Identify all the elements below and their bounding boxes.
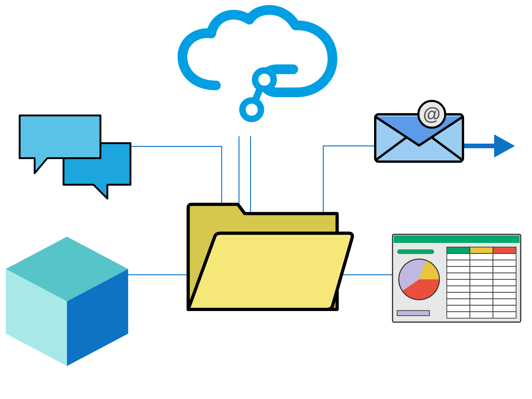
svg-rect-24: [493, 266, 516, 273]
svg-rect-29: [470, 279, 493, 286]
svg-rect-14: [470, 247, 493, 253]
spreadsheet-icon: [393, 234, 521, 322]
svg-rect-42: [493, 305, 516, 312]
svg-rect-34: [447, 292, 470, 299]
arrow-right-icon: [494, 134, 515, 158]
svg-rect-8: [394, 235, 519, 243]
svg-rect-25: [447, 273, 470, 279]
svg-rect-44: [470, 312, 493, 318]
svg-rect-35: [470, 292, 493, 299]
svg-rect-31: [447, 286, 470, 292]
svg-rect-28: [447, 279, 470, 286]
svg-rect-45: [493, 312, 516, 318]
svg-rect-30: [493, 279, 516, 286]
svg-rect-26: [470, 273, 493, 279]
svg-rect-15: [493, 247, 516, 253]
svg-rect-9: [397, 249, 434, 254]
svg-rect-17: [470, 253, 493, 260]
svg-rect-19: [447, 260, 470, 266]
svg-rect-23: [470, 266, 493, 273]
svg-rect-32: [470, 286, 493, 292]
diagram-canvas: @: [0, 0, 532, 399]
cloud-icon: [182, 10, 332, 119]
svg-rect-13: [447, 247, 470, 253]
svg-rect-16: [447, 253, 470, 260]
svg-rect-12: [397, 310, 430, 316]
svg-rect-41: [470, 305, 493, 312]
svg-rect-40: [447, 305, 470, 312]
svg-rect-33: [493, 286, 516, 292]
svg-rect-21: [493, 260, 516, 266]
svg-text:@: @: [423, 104, 441, 124]
svg-rect-20: [470, 260, 493, 266]
cube-icon: [6, 237, 128, 366]
svg-rect-43: [447, 312, 470, 318]
svg-rect-18: [493, 253, 516, 260]
svg-rect-22: [447, 266, 470, 273]
folder-icon: [188, 204, 352, 309]
chat-bubbles-icon: [20, 115, 130, 199]
svg-rect-36: [493, 292, 516, 299]
email-icon: @: [375, 101, 463, 162]
svg-point-1: [242, 101, 261, 119]
svg-rect-38: [470, 299, 493, 305]
svg-point-0: [255, 70, 274, 89]
svg-rect-27: [493, 273, 516, 279]
svg-rect-37: [447, 299, 470, 305]
svg-rect-39: [493, 299, 516, 305]
